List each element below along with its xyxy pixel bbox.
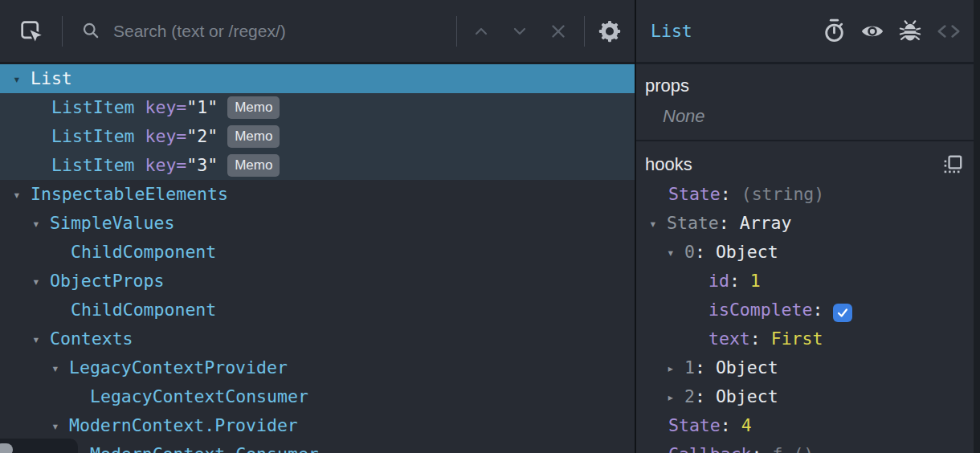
eye-icon <box>860 19 885 43</box>
hook-value: (string) <box>741 184 825 204</box>
tree-row-listitem[interactable]: ListItem key="2"Memo <box>0 122 635 151</box>
hook-name: id <box>708 271 729 291</box>
hook-name: Callback <box>668 444 752 453</box>
hook-row-callback[interactable]: Callback:ƒ () <box>636 440 974 453</box>
tree-row-childcomponent[interactable]: ChildComponent <box>0 296 635 324</box>
expander-icon[interactable]: ▾ <box>51 354 69 383</box>
tree-row-childcomponent[interactable]: ChildComponent <box>0 238 635 267</box>
key-attribute-name: key= <box>135 97 187 117</box>
hook-colon: : <box>812 300 823 320</box>
tree-row-list[interactable]: ▾List <box>0 64 635 93</box>
search-next-button[interactable] <box>500 15 539 47</box>
tree-row-moderncontext.provider[interactable]: ▾ModernContext.Provider <box>0 411 635 440</box>
react-devtools-components-panel: ▾ListListItem key="1"MemoListItem key="2… <box>0 0 980 453</box>
component-tree[interactable]: ▾ListListItem key="1"MemoListItem key="2… <box>0 64 635 453</box>
hook-row-iscomplete[interactable]: isComplete: <box>636 296 974 324</box>
component-name: LegacyContextConsumer <box>90 386 308 406</box>
hook-row-2[interactable]: ▸2:Object <box>636 382 974 411</box>
view-source-button[interactable] <box>935 20 962 43</box>
tree-row-legacycontextprovider[interactable]: ▾LegacyContextProvider <box>0 353 635 382</box>
expander-icon[interactable]: ▸ <box>667 383 684 412</box>
props-section: props None <box>636 64 974 141</box>
inspect-cursor-icon <box>18 18 45 45</box>
tree-row-inspectableelements[interactable]: ▾InspectableElements <box>0 180 635 209</box>
tree-toolbar <box>0 0 635 64</box>
tree-row-simplevalues[interactable]: ▾SimpleValues <box>0 209 635 238</box>
component-name: ModernContext.Consumer <box>90 444 319 453</box>
log-component-button[interactable] <box>899 19 921 43</box>
expander-icon[interactable]: ▾ <box>51 412 69 441</box>
expander-icon[interactable]: ▾ <box>13 181 31 210</box>
hook-value: 1 <box>750 271 761 291</box>
checked-checkbox[interactable] <box>833 304 852 322</box>
expander-icon[interactable]: ▾ <box>32 325 50 354</box>
hook-colon: : <box>695 386 705 406</box>
tree-row-moderncontext.consumer[interactable]: ModernContext.Consumer <box>0 440 635 453</box>
memo-badge: Memo <box>227 96 280 119</box>
key-attribute-name: key= <box>135 126 187 146</box>
horizontal-scrollbar-thumb[interactable] <box>0 443 13 453</box>
tree-row-legacycontextconsumer[interactable]: LegacyContextConsumer <box>0 382 635 411</box>
bug-icon <box>899 19 921 43</box>
expander-icon[interactable]: ▾ <box>13 65 31 94</box>
chevron-down-icon <box>510 22 529 41</box>
inspect-element-button[interactable] <box>17 17 46 46</box>
hook-value: First <box>771 329 823 349</box>
hook-row-state[interactable]: State:(string) <box>636 180 974 209</box>
vertical-scrollbar-track[interactable] <box>974 0 980 453</box>
hook-value: ƒ () <box>773 444 815 453</box>
hook-value: Array <box>740 213 792 233</box>
gear-icon <box>598 19 622 43</box>
hook-colon: : <box>695 242 705 262</box>
hook-row-1[interactable]: ▸1:Object <box>636 353 974 382</box>
toolbar-divider <box>456 16 457 47</box>
expander-icon[interactable]: ▾ <box>32 210 50 239</box>
component-name: ChildComponent <box>71 242 216 262</box>
component-name: ListItem <box>51 155 135 175</box>
expander-icon[interactable]: ▾ <box>32 267 50 296</box>
component-tree-panel: ▾ListListItem key="1"MemoListItem key="2… <box>0 0 635 453</box>
horizontal-scrollbar-track[interactable] <box>0 439 78 453</box>
settings-button[interactable] <box>585 14 635 49</box>
expander-icon[interactable]: ▾ <box>667 239 684 267</box>
hook-name: isComplete <box>708 300 812 320</box>
memo-badge: Memo <box>227 154 280 177</box>
code-brackets-icon <box>935 20 962 43</box>
component-name: List <box>31 68 72 88</box>
hook-name: 0 <box>684 242 695 262</box>
parse-hook-names-button[interactable] <box>943 154 964 175</box>
hook-value: Object <box>716 242 778 262</box>
component-details-panel: List <box>636 0 980 453</box>
hook-colon: : <box>695 357 705 378</box>
expander-icon[interactable]: ▸ <box>667 354 684 383</box>
load-hook-names-icon <box>943 154 964 175</box>
key-attribute-value: "3" <box>186 155 218 175</box>
hook-name: text <box>708 329 750 349</box>
inspect-dom-button[interactable] <box>860 19 885 43</box>
search-prev-button[interactable] <box>462 15 500 47</box>
hook-value: Object <box>716 357 778 378</box>
hook-row-state[interactable]: ▾State:Array <box>636 209 974 238</box>
hook-colon: : <box>721 184 731 204</box>
search-clear-button[interactable] <box>539 15 578 47</box>
hook-row-state[interactable]: State:4 <box>636 411 974 440</box>
tree-row-listitem[interactable]: ListItem key="1"Memo <box>0 93 635 122</box>
key-attribute-value: "2" <box>186 126 218 146</box>
tree-row-listitem[interactable]: ListItem key="3"Memo <box>0 151 635 180</box>
props-section-label: props <box>636 76 974 96</box>
tree-row-objectprops[interactable]: ▾ObjectProps <box>0 267 635 296</box>
search-input[interactable] <box>113 22 456 41</box>
hook-value: Object <box>716 386 778 406</box>
hook-row-0[interactable]: ▾0:Object <box>636 238 974 267</box>
component-name: SimpleValues <box>50 213 174 233</box>
details-header: List <box>636 0 974 64</box>
tree-row-contexts[interactable]: ▾Contexts <box>0 324 635 353</box>
hooks-section: hooks State:(string)▾State:Array▾0:Obje <box>636 141 974 453</box>
component-name: ObjectProps <box>50 271 164 291</box>
expander-icon[interactable]: ▾ <box>649 210 667 239</box>
selected-component-title: List <box>651 21 823 41</box>
hook-row-id[interactable]: id:1 <box>636 267 974 296</box>
suspend-toggle-button[interactable] <box>823 18 846 43</box>
hook-row-text[interactable]: text:First <box>636 324 974 353</box>
hooks-list: State:(string)▾State:Array▾0:Objectid:1i… <box>636 180 974 453</box>
